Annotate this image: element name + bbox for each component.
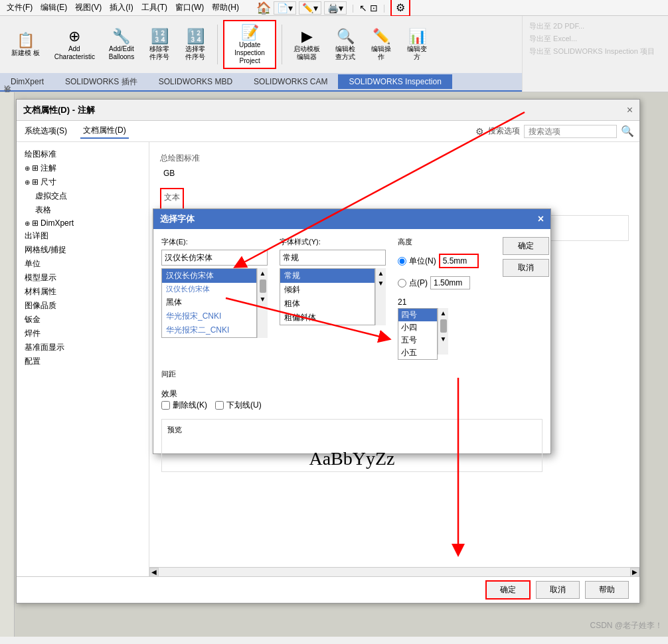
tree-configuration[interactable]: 配置 [22,355,143,368]
scrollbar-thumb[interactable] [260,280,266,293]
style-item-regular[interactable]: 常规 [280,269,375,283]
print-icon[interactable]: 🖨️▾ [324,1,347,15]
style-item-italic[interactable]: 倾斜 [280,283,375,297]
export-2d-item[interactable]: 导出至 2D PDF... [529,20,661,33]
horizontal-scrollbar[interactable]: ◀ ▶ [149,567,639,576]
menu-file[interactable]: 文件(F) [3,1,37,15]
tree-drawing-standard[interactable]: 绘图标准 [22,147,143,161]
remove-part-btn[interactable]: 🔢 移除零件序号 [143,25,176,64]
scroll-left-btn[interactable]: ◀ [149,568,159,577]
edit-action-btn[interactable]: ✏️ 编辑操作 [365,25,398,64]
scroll-right-btn[interactable]: ▶ [630,568,639,577]
number-item-xiaowu[interactable]: 小五 [398,347,437,359]
tab-dimxpert[interactable]: DimXpert [0,74,54,89]
document-props-tab[interactable]: 文档属性(D) [80,123,129,139]
menu-edit[interactable]: 编辑(E) [37,1,71,15]
tree-units[interactable]: 单位 [22,257,143,271]
number-list-scrollbar[interactable]: ▲ ▼ [438,308,448,355]
tree-dimensions[interactable]: ⊞ 尺寸 [22,175,143,189]
font-list-item-0[interactable]: 汉仪长仿宋体 [162,269,256,283]
menu-tools[interactable]: 工具(T) [137,1,171,15]
new-template-btn[interactable]: 📋 新建模 板 [5,29,46,60]
tree-datum-display[interactable]: 基准面显示 [22,341,143,355]
tab-solidworks-mbd[interactable]: SOLIDWORKS MBD [148,74,243,89]
font-style-input[interactable] [280,250,386,266]
scrollbar-up[interactable]: ▲ [258,268,268,278]
search-btn[interactable]: 🔍 [621,125,634,137]
tab-solidworks-plugins[interactable]: SOLIDWORKS 插件 [54,74,148,90]
select-icon[interactable]: ⊡ [370,3,378,13]
start-template-label: 启动模板编辑器 [293,45,320,61]
export-solidworks-item[interactable]: 导出至 SOLIDWORKS Inspection 项目 [529,45,661,58]
edit-icon[interactable]: ✏️▾ [299,1,321,15]
style-list-scrollbar[interactable]: ▲ ▼ [375,268,386,325]
text-section-wrapper: 文本 [160,188,184,210]
new-icon[interactable]: 📄▾ [274,1,296,15]
ok-btn[interactable]: 确定 [485,580,531,600]
search-input[interactable] [524,125,617,138]
cancel-btn[interactable]: 取消 [536,581,580,599]
delete-line-checkbox[interactable] [161,401,170,410]
point-radio[interactable] [398,279,406,287]
font-list-item-1[interactable]: 黑体 [162,295,256,309]
tree-dimxpert[interactable]: ⊞ DimXpert [22,217,143,229]
add-characteristic-btn[interactable]: ⊕ Add Characteristic [48,25,100,64]
edit-variant-btn[interactable]: 📊 编辑变方 [400,25,434,64]
font-list-item-0-dup[interactable]: 汉仪长仿宋体 [162,283,256,295]
menu-view[interactable]: 视图(V) [71,1,106,15]
edit-check-btn[interactable]: 🔍 编辑检查方式 [329,25,362,64]
properties-dialog-close[interactable]: × [627,104,633,116]
unit-radio[interactable] [398,257,406,266]
help-btn[interactable]: 帮助 [585,581,629,599]
scrollbar-down[interactable]: ▼ [258,294,268,304]
font-list-item-3[interactable]: 华光报宋二_CNKI [162,323,256,337]
tree-model-display[interactable]: 模型显示 [22,271,143,285]
style-item-bold[interactable]: 粗体 [280,297,375,311]
menu-window[interactable]: 窗口(W) [171,1,208,15]
font-name-input[interactable]: 汉仪长仿宋体 [161,250,268,266]
tree-virtual-intersection[interactable]: 虚拟交点 [22,189,143,203]
menu-help[interactable]: 帮助(H) [208,1,243,15]
tree-detail[interactable]: 出详图 [22,229,143,243]
start-template-btn[interactable]: ▶ 启动模板编辑器 [288,25,326,64]
cursor-icon[interactable]: ↖ [359,3,367,13]
update-inspection-btn[interactable]: 📝 Update InspectionProject [223,20,276,69]
style-scrollbar-down[interactable]: ▼ [376,278,386,288]
tree-panel: 绘图标准 ⊞ 注解 ⊞ 尺寸 虚拟交点 表格 ⊞ DimXpert 出详图 网格… [17,142,149,598]
font-list-main: 汉仪长仿宋体 汉仪长仿宋体 黑体 华光报宋_CNKI 华光报宋二_CNKI [161,268,257,338]
add-edit-balloons-btn[interactable]: 🔧 Add/EditBalloons [103,25,140,64]
tree-grid[interactable]: 网格线/捕捉 [22,243,143,257]
style-item-bold-italic[interactable]: 粗偏斜体 [280,311,375,325]
num-scroll-up[interactable]: ▲ [439,308,448,318]
height-value1-input[interactable] [439,254,479,268]
num-scroll-thumb[interactable] [440,319,447,333]
new-template-label: 新建模 板 [11,49,40,57]
home-icon[interactable]: 🏠 [256,1,271,15]
font-list-item-2[interactable]: 华光报宋_CNKI [162,309,256,323]
tree-sheet-metal[interactable]: 钣金 [22,313,143,327]
height-value2-input[interactable] [430,276,470,289]
font-dialog-close[interactable]: × [538,213,544,225]
font-list-scrollbar[interactable]: ▲ ▼ [257,268,268,338]
style-scrollbar-up[interactable]: ▲ [376,268,386,278]
properties-dialog-titlebar: 文档属性(D) - 注解 × [17,100,639,121]
underline-checkbox[interactable] [215,401,224,410]
tree-table[interactable]: 表格 [22,203,143,217]
settings-icon-btn[interactable]: ⚙ [390,0,410,17]
tree-material-props[interactable]: 材料属性 [22,285,143,299]
font-cancel-btn[interactable]: 取消 [503,259,549,277]
tree-notes[interactable]: ⊞ 注解 [22,161,143,175]
font-ok-btn[interactable]: 确定 [503,237,549,255]
number-item-wuhao[interactable]: 五号 [398,334,437,347]
tab-solidworks-inspection[interactable]: SOLIDWORKS Inspection [338,74,452,89]
system-options-tab[interactable]: 系统选项(S) [22,124,70,138]
number-item-xiaosi[interactable]: 小四 [398,321,437,334]
menu-insert[interactable]: 插入(I) [106,1,137,15]
tree-image-quality[interactable]: 图像品质 [22,299,143,313]
number-item-sihao[interactable]: 四号 [398,309,437,321]
export-excel-item[interactable]: 导出至 Excel... [529,33,661,45]
num-scroll-down[interactable]: ▼ [439,334,448,344]
select-part-btn[interactable]: 🔢 选择零件序号 [179,25,212,64]
tab-solidworks-cam[interactable]: SOLIDWORKS CAM [243,74,338,89]
tree-weldment[interactable]: 焊件 [22,327,143,341]
